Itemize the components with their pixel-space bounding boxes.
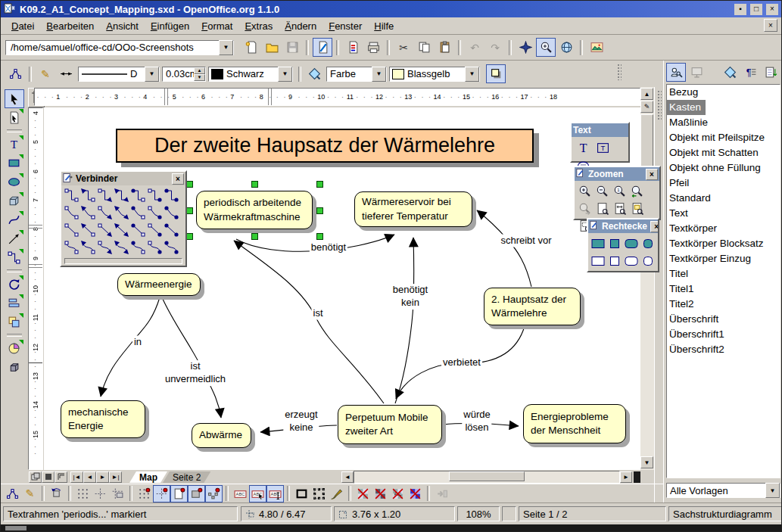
fill-can-button[interactable] bbox=[304, 64, 324, 83]
show-grid-button[interactable] bbox=[74, 485, 92, 502]
allow-quick-edit-button[interactable]: ✎ bbox=[21, 485, 39, 502]
drawing-canvas[interactable]: Der zweite Haupsatz der Wärmelehre perio… bbox=[44, 107, 640, 470]
window-titlebar[interactable]: K09.2_A1_Concept_Mapping.sxd - OpenOffic… bbox=[1, 1, 781, 17]
exit-all-groups-button[interactable] bbox=[433, 485, 450, 502]
connector-curve-arrow-arrow-icon[interactable] bbox=[113, 239, 129, 257]
zoom-button[interactable] bbox=[536, 38, 556, 57]
line-style-dropdown-icon[interactable]: ▼ bbox=[145, 67, 159, 82]
connector-straight-arrow-arrow-icon[interactable] bbox=[113, 222, 129, 239]
palette-resize-bar[interactable] bbox=[64, 258, 182, 264]
concept-node[interactable]: mechanische Energie bbox=[61, 400, 145, 438]
style-item[interactable]: Überschrift1 bbox=[667, 327, 780, 342]
new-document-button[interactable] bbox=[241, 38, 261, 57]
vertical-ruler[interactable]: 4···5···6···7···8···9···10···11···12···1… bbox=[28, 107, 43, 470]
rotation-mode-button[interactable] bbox=[48, 485, 65, 502]
text-palette-titlebar[interactable]: Text bbox=[572, 123, 628, 137]
horizontal-ruler[interactable]: 1···2···3···4···5···6···7···8···9···10··… bbox=[34, 88, 640, 106]
insert-tool[interactable] bbox=[5, 339, 24, 358]
fill-type-combo[interactable]: Farbe ▼ bbox=[326, 67, 387, 82]
helplines-while-moving-button[interactable] bbox=[109, 485, 126, 502]
zoom-previous-button[interactable] bbox=[628, 182, 646, 200]
connector-curve-arrow-square-icon[interactable] bbox=[79, 239, 96, 257]
style-item[interactable]: Titel1 bbox=[667, 282, 780, 297]
connector-curve-circle-circle-icon[interactable] bbox=[163, 239, 179, 257]
objectbar-more-handle[interactable] bbox=[617, 64, 622, 80]
connector-bent-square-square-icon[interactable] bbox=[63, 204, 79, 222]
url-combobox[interactable]: ▼ bbox=[5, 40, 234, 55]
snap-to-object-frame-button[interactable] bbox=[188, 485, 205, 502]
scroll-up-icon[interactable]: ▲ bbox=[640, 88, 653, 100]
picture-placeholder-button[interactable] bbox=[354, 485, 372, 502]
menu-item[interactable]: Fenster bbox=[322, 19, 368, 33]
status-size[interactable]: κ 3.76 x 1.20 bbox=[334, 506, 455, 521]
connector-straight-circle-square-icon[interactable] bbox=[129, 222, 146, 239]
last-page-icon[interactable]: ►| bbox=[109, 471, 122, 483]
line-pen-button[interactable]: ✎ bbox=[36, 64, 55, 83]
style-item[interactable]: Maßlinie bbox=[667, 115, 780, 130]
style-item[interactable]: Objekt mit Pfeilspitze bbox=[667, 130, 780, 145]
show-snap-lines-button[interactable] bbox=[92, 485, 109, 502]
curve-tool[interactable] bbox=[5, 210, 24, 229]
edge-label[interactable]: verbietet bbox=[441, 356, 482, 369]
gallery-button[interactable] bbox=[587, 38, 606, 57]
edge-label[interactable]: in bbox=[132, 336, 143, 349]
minimize-button[interactable]: ▪ bbox=[734, 4, 746, 15]
zoom-tool[interactable] bbox=[5, 108, 24, 127]
print-button[interactable] bbox=[363, 38, 383, 57]
style-item[interactable]: Bezug bbox=[667, 85, 780, 100]
contour-mode-button[interactable] bbox=[372, 485, 389, 502]
3d-objects-tool[interactable] bbox=[5, 191, 24, 210]
connector-bent-square-arrow-icon[interactable] bbox=[96, 204, 113, 222]
map-title-box[interactable]: Der zweite Haupsatz der Wärmelehre bbox=[116, 129, 534, 163]
zoomen-palette-titlebar[interactable]: Zoomen × bbox=[575, 167, 659, 181]
connector-elbow-square-square-icon[interactable] bbox=[63, 187, 79, 204]
url-input[interactable] bbox=[9, 41, 219, 54]
double-click-text-edit-button[interactable]: ABC bbox=[249, 485, 266, 502]
connector-elbow-arrow-arrow-icon[interactable] bbox=[113, 187, 129, 204]
style-item[interactable]: Objekt ohne Füllung bbox=[667, 160, 780, 176]
style-item[interactable]: Titel bbox=[667, 266, 780, 282]
style-filter-combo[interactable]: Alle Vorlagen ▼ bbox=[666, 483, 780, 498]
selection-handle[interactable] bbox=[316, 207, 323, 214]
style-item[interactable]: Überschrift bbox=[667, 312, 780, 327]
navigator-button[interactable] bbox=[516, 38, 535, 57]
status-page[interactable]: Seite 1 / 2 bbox=[519, 506, 666, 521]
connector-curve-circle-square-icon[interactable] bbox=[129, 239, 146, 257]
hyperlink-button[interactable] bbox=[556, 38, 576, 57]
prev-page-icon[interactable]: ◄ bbox=[83, 471, 96, 483]
menu-item[interactable]: Einfügen bbox=[145, 19, 195, 33]
style-item[interactable]: Kasten bbox=[667, 100, 706, 115]
connector-bent-circle-square-icon[interactable] bbox=[129, 204, 146, 222]
concept-node[interactable]: Wärmereservoir bei tieferer Temperatur bbox=[354, 191, 472, 227]
menu-item[interactable]: Bearbeiten bbox=[40, 19, 100, 33]
hscroll-thumb[interactable] bbox=[449, 471, 525, 481]
menu-item[interactable]: Datei bbox=[5, 19, 40, 33]
ellipse-tool[interactable] bbox=[5, 173, 24, 191]
style-item[interactable]: Textkörper Einzug bbox=[667, 251, 780, 266]
redo-button[interactable]: ↷ bbox=[485, 38, 505, 57]
edit-points-mode-button[interactable] bbox=[4, 485, 21, 502]
connector-straight-arrow-square-icon[interactable] bbox=[79, 222, 96, 239]
create-with-attributes-button[interactable] bbox=[328, 485, 345, 502]
line-color-combo[interactable]: Schwarz ▼ bbox=[208, 67, 293, 82]
selection-handle[interactable] bbox=[251, 181, 258, 188]
rectangle-unfilled-icon[interactable] bbox=[590, 252, 606, 269]
rounded-square-icon[interactable] bbox=[640, 235, 656, 252]
zoom-page-button[interactable] bbox=[594, 200, 611, 217]
menu-item[interactable]: Format bbox=[195, 19, 238, 33]
rectangle-icon[interactable] bbox=[590, 235, 606, 252]
selection-handle[interactable] bbox=[186, 207, 193, 214]
new-style-from-selection-button[interactable]: ¶ bbox=[740, 63, 760, 82]
connector-straight-square-arrow-icon[interactable] bbox=[96, 222, 113, 239]
concept-node[interactable]: periodisch arbeitende Wärmekraftmaschine bbox=[196, 191, 313, 229]
rechtecke-palette-titlebar[interactable]: Rechtecke × bbox=[588, 219, 658, 233]
view-mode-normal-button[interactable] bbox=[29, 471, 42, 483]
concept-node[interactable]: Abwärme bbox=[192, 423, 251, 448]
page-tab-seite-2[interactable]: Seite 2 bbox=[163, 471, 210, 483]
undo-button[interactable]: ↶ bbox=[465, 38, 484, 57]
menu-item[interactable]: Ansicht bbox=[100, 19, 145, 33]
zoom-100-button[interactable]: 1 bbox=[611, 182, 628, 200]
graphics-styles-button[interactable] bbox=[666, 63, 686, 82]
fill-color-combo[interactable]: Blassgelb ▼ bbox=[389, 67, 480, 82]
update-style-button[interactable] bbox=[761, 63, 780, 82]
